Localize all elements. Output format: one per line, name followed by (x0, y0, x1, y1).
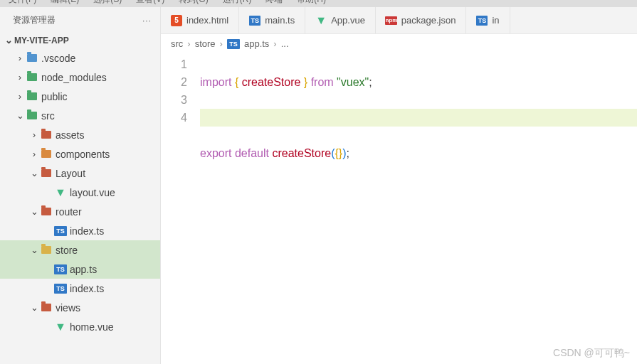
tree-label: .vscode (41, 53, 75, 64)
tab-label: index.html (186, 15, 228, 26)
tree-node[interactable]: ⌄store (0, 240, 160, 259)
folder-icon (27, 112, 37, 119)
tree-node[interactable]: ›.vscode (0, 48, 160, 68)
editor-tab[interactable]: TSin (466, 7, 510, 33)
tree-node[interactable]: ›assets (0, 125, 160, 144)
tree-label: components (56, 149, 110, 160)
tree-node[interactable]: ▼home.vue (0, 317, 160, 336)
crumb: store (195, 38, 216, 49)
folder-icon (41, 304, 51, 311)
tree-node[interactable]: ⌄views (0, 298, 160, 317)
code-area[interactable]: 1234 import { createStore } from "vuex";… (161, 53, 637, 364)
tree-label: router (56, 206, 82, 218)
tab-label: App.vue (331, 15, 365, 26)
explorer-title: 资源管理器 (13, 14, 56, 26)
tree-label: node_modules (41, 72, 107, 83)
folder-icon (27, 92, 37, 100)
tab-label: main.ts (265, 15, 295, 26)
tree-node[interactable]: ⌄Layout (0, 164, 160, 183)
watermark: CSDN @可可鸭~ (553, 347, 630, 360)
menubar: 文件(F) 编辑(E) 选择(S) 查看(V) 转到(G) 运行(R) 终端 帮… (0, 0, 637, 7)
menu-item[interactable]: 文件(F) (9, 0, 36, 6)
sidebar: 资源管理器 ··· ⌄ MY-VITE-APP ›.vscode›node_mo… (0, 7, 161, 364)
menu-item[interactable]: 帮助(H) (297, 0, 326, 6)
ts-icon: TS (54, 284, 67, 294)
gutter: 1234 (161, 53, 200, 364)
code-lines: import { createStore } from "vuex"; expo… (200, 53, 637, 364)
menu-item[interactable]: 查看(V) (136, 0, 164, 6)
ts-icon: TS (249, 16, 260, 26)
editor-tab[interactable]: TSmain.ts (239, 7, 305, 33)
chevron-icon: › (14, 91, 26, 102)
menu-item[interactable]: 选择(S) (93, 0, 122, 6)
tree-label: assets (56, 129, 84, 141)
chevron-icon: › (28, 129, 40, 140)
tree-label: store (56, 245, 78, 256)
tree-label: index.ts (70, 283, 104, 294)
vue-icon: ▼ (315, 14, 327, 27)
folder-icon (27, 73, 37, 81)
menu-item[interactable]: 终端 (265, 0, 283, 6)
npm-icon: npm (385, 16, 397, 25)
breadcrumb[interactable]: src› store› TS app.ts› ... (161, 34, 637, 53)
chevron-icon: ⌄ (28, 245, 40, 255)
ts-icon: TS (54, 264, 67, 274)
editor-tab[interactable]: 5index.html (161, 7, 239, 33)
tree-node[interactable]: ›components (0, 144, 160, 164)
chevron-right-icon: › (273, 38, 276, 49)
menu-item[interactable]: 转到(G) (179, 0, 208, 6)
chevron-right-icon: › (187, 38, 190, 49)
tree-node[interactable]: ⌄router (0, 202, 160, 221)
crumb: src (171, 38, 183, 49)
tree-node[interactable]: ›node_modules (0, 68, 160, 87)
tree-node[interactable]: ›public (0, 87, 160, 106)
chevron-icon: › (14, 53, 26, 63)
chevron-icon: › (28, 149, 40, 159)
tree-node[interactable]: TSindex.ts (0, 279, 160, 298)
chevron-icon: ⌄ (28, 302, 40, 313)
chevron-icon: › (14, 72, 26, 82)
tab-bar: 5index.htmlTSmain.ts▼App.vuenpmpackage.j… (161, 7, 637, 34)
tree-label: home.vue (70, 321, 113, 333)
chevron-icon: ⌄ (28, 206, 40, 217)
editor: 5index.htmlTSmain.ts▼App.vuenpmpackage.j… (161, 7, 637, 364)
tree-node[interactable]: TSindex.ts (0, 221, 160, 240)
chevron-down-icon: ⌄ (3, 35, 14, 46)
folder-icon (41, 208, 51, 215)
vue-icon: ▼ (55, 186, 66, 199)
html-icon: 5 (171, 15, 182, 26)
more-icon[interactable]: ··· (142, 16, 152, 26)
ts-icon: TS (227, 39, 240, 49)
project-root[interactable]: ⌄ MY-VITE-APP (0, 32, 160, 48)
ts-icon: TS (54, 226, 67, 236)
chevron-right-icon: › (220, 38, 223, 49)
tab-label: in (492, 15, 499, 26)
editor-tab[interactable]: npmpackage.json (376, 7, 467, 33)
tree-node[interactable]: ⌄src (0, 106, 160, 125)
menu-item[interactable]: 编辑(E) (51, 0, 79, 6)
tree-node[interactable]: TSapp.ts (0, 259, 160, 279)
vue-icon: ▼ (55, 321, 66, 333)
project-name: MY-VITE-APP (14, 36, 69, 46)
tree-label: app.ts (70, 264, 97, 275)
crumb-tail: ... (281, 38, 289, 49)
editor-tab[interactable]: ▼App.vue (305, 7, 376, 33)
menu-item[interactable]: 运行(R) (223, 0, 252, 6)
chevron-icon: ⌄ (28, 168, 40, 178)
current-line-highlight (200, 109, 637, 127)
chevron-icon: ⌄ (14, 110, 26, 121)
tree-node[interactable]: ▼layout.vue (0, 183, 160, 202)
folder-icon (27, 54, 37, 62)
ts-icon: TS (476, 16, 488, 26)
tab-label: package.json (401, 15, 456, 26)
file-tree: ›.vscode›node_modules›public⌄src›assets›… (0, 48, 160, 364)
tree-label: public (41, 91, 68, 102)
folder-icon (41, 246, 51, 254)
folder-icon (41, 131, 51, 139)
folder-icon (41, 169, 51, 177)
tree-label: views (56, 302, 80, 314)
tree-label: index.ts (70, 225, 104, 237)
tree-label: src (41, 110, 55, 122)
tree-label: layout.vue (70, 187, 115, 198)
folder-icon (41, 150, 51, 158)
